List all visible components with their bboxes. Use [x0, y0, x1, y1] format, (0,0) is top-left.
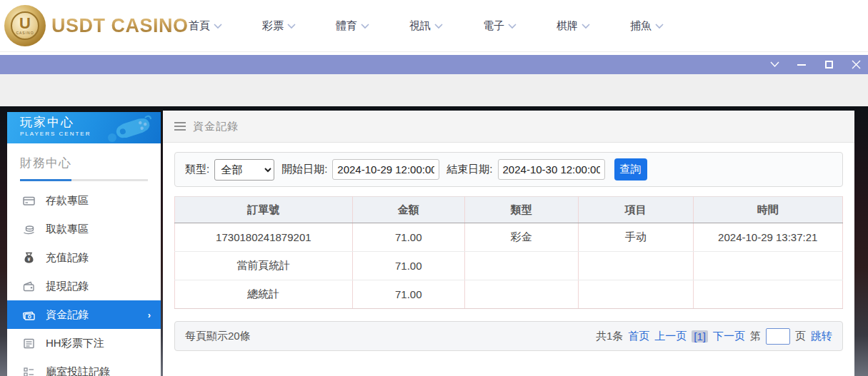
content-panel: 資金記錄 類型: 全部 開始日期: 結束日期: 查詢 訂單號 金額 [163, 111, 854, 376]
menu-label: 廳室投註記錄 [46, 365, 110, 376]
col-item: 項目 [578, 197, 693, 223]
nav-label: 視訊 [409, 19, 431, 33]
withdraw-hand-icon [23, 223, 35, 235]
site-header: U CASINO USDT CASINO 首頁 彩票 體育 視訊 電子 棋牌 [0, 0, 868, 52]
table-row-page-total: 當前頁統計 71.00 [175, 252, 843, 280]
chevron-down-icon [582, 24, 590, 29]
table-row: 1730180241879201 71.00 彩金 手动 2024-10-29 … [175, 223, 843, 252]
close-icon[interactable] [849, 59, 862, 71]
deposit-card-icon [23, 195, 35, 207]
menu-label: 資金記錄 [46, 308, 89, 322]
content-body: 類型: 全部 開始日期: 結束日期: 查詢 訂單號 金額 類型 項目 [163, 143, 854, 351]
menu-label: 充值記錄 [46, 251, 89, 265]
nav-label: 捕魚 [630, 19, 652, 33]
menu-label: 提現記錄 [46, 280, 89, 293]
sidebar-section-label: 財務中心 [20, 155, 148, 171]
sidebar-item-recharge-record[interactable]: ¥ 充值記錄 [7, 243, 161, 272]
money-bag-icon: ¥ [23, 252, 35, 264]
sidebar-header: 玩家中心 PLAYERS CENTER [7, 112, 161, 143]
nav-item-slots[interactable]: 電子 [483, 19, 517, 33]
toolbar-band [0, 74, 868, 106]
col-amount: 金額 [352, 197, 464, 223]
col-order-no: 訂單號 [175, 197, 353, 223]
list-icon [23, 366, 35, 376]
jump-button[interactable]: 跳转 [811, 330, 832, 343]
cell-order-no: 1730180241879201 [175, 223, 353, 252]
table-header-row: 訂單號 金額 類型 項目 時間 [175, 197, 843, 223]
total-count-text: 共1条 [596, 330, 623, 343]
first-page-link[interactable]: 首页 [628, 330, 649, 343]
nav-label: 電子 [483, 19, 504, 33]
logo-coin-icon: U CASINO [4, 5, 46, 46]
chevron-down-icon [361, 24, 369, 29]
col-type: 類型 [464, 197, 578, 223]
sidebar-item-funds-record[interactable]: 資金記錄 › [7, 300, 161, 329]
col-time: 時間 [693, 197, 842, 223]
funds-table: 訂單號 金額 類型 項目 時間 1730180241879201 71.00 彩… [174, 196, 843, 309]
chevron-down-icon [214, 24, 222, 29]
type-select[interactable]: 全部 [214, 159, 274, 181]
type-label: 類型: [185, 163, 209, 176]
maximize-icon[interactable] [822, 59, 835, 71]
cell-label: 當前頁統計 [175, 252, 353, 280]
sidebar-item-withdraw[interactable]: 取款專區 [7, 215, 161, 243]
pagination-bar: 每頁顯示20條 共1条 首页 上一页 [1] 下一页 第 页 跳转 [174, 321, 843, 351]
nav-item-sports[interactable]: 體育 [336, 19, 369, 33]
nav-item-lottery[interactable]: 彩票 [262, 19, 296, 33]
search-button[interactable]: 查詢 [614, 158, 647, 181]
cell-item: 手动 [578, 223, 693, 252]
chevron-down-icon [287, 24, 296, 29]
menu-label: 存款專區 [46, 194, 89, 208]
cell-label: 總統計 [175, 280, 353, 309]
table-row-grand-total: 總統計 71.00 [175, 280, 843, 309]
logo-letter: U [19, 16, 31, 31]
menu-label: 取款專區 [46, 223, 89, 236]
nav-item-cards[interactable]: 棋牌 [557, 19, 590, 33]
sidebar-item-hh-lottery-bets[interactable]: HH彩票下注 [7, 329, 161, 357]
window-titlebar[interactable] [0, 55, 868, 74]
start-date-input[interactable] [332, 159, 439, 180]
wallet-icon [23, 280, 35, 293]
sidebar-item-deposit[interactable]: 存款專區 [7, 186, 161, 215]
brand-name: USDT CASINO [51, 15, 189, 37]
main-nav: 首頁 彩票 體育 視訊 電子 棋牌 捕魚 [189, 0, 664, 52]
chevron-right-icon: › [148, 310, 151, 320]
page-jump-input[interactable] [766, 328, 790, 345]
sidebar-item-room-bet-record[interactable]: 廳室投註記錄 [7, 357, 161, 376]
end-date-input[interactable] [498, 159, 605, 180]
nav-item-fishing[interactable]: 捕魚 [630, 19, 664, 33]
sidebar-item-withdrawal-record[interactable]: 提現記錄 [7, 272, 161, 300]
end-date-label: 結束日期: [447, 163, 492, 176]
document-icon [23, 337, 35, 350]
filter-bar: 類型: 全部 開始日期: 結束日期: 查詢 [174, 152, 843, 187]
jump-prefix: 第 [750, 330, 761, 343]
brand-logo[interactable]: U CASINO USDT CASINO [4, 5, 189, 46]
cell-amount: 71.00 [352, 223, 464, 252]
current-page-indicator: [1] [692, 330, 708, 342]
minimize-icon[interactable] [795, 59, 808, 71]
hamburger-icon[interactable] [174, 122, 186, 131]
start-date-label: 開始日期: [281, 163, 327, 176]
sidebar: 玩家中心 PLAYERS CENTER 財務中心 存款專區 [7, 112, 161, 376]
nav-item-live[interactable]: 視訊 [409, 19, 443, 33]
chevron-down-icon [434, 24, 443, 29]
nav-label: 體育 [336, 19, 357, 33]
logo-small-text: CASINO [16, 31, 34, 35]
gamepad-icon [102, 113, 154, 142]
chevron-down-icon [508, 24, 517, 29]
section-underline [20, 179, 148, 181]
nav-label: 彩票 [262, 19, 284, 33]
prev-page-link[interactable]: 上一页 [654, 330, 687, 343]
cell-type: 彩金 [464, 223, 578, 252]
banknote-icon [23, 309, 35, 321]
nav-item-home[interactable]: 首頁 [189, 19, 222, 33]
chevron-down-icon [655, 24, 664, 29]
page-size-text: 每頁顯示20條 [185, 330, 251, 343]
cell-time: 2024-10-29 13:37:21 [693, 223, 842, 252]
collapse-chevron-icon[interactable] [768, 59, 781, 71]
sidebar-section: 財務中心 [7, 143, 161, 181]
nav-label: 棋牌 [557, 19, 578, 33]
next-page-link[interactable]: 下一页 [713, 330, 745, 343]
content-header: 資金記錄 [163, 111, 854, 143]
nav-label: 首頁 [189, 19, 210, 33]
